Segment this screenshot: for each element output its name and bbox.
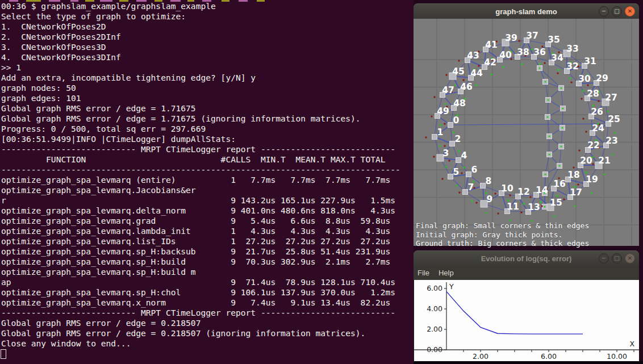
svg-text:7: 7 bbox=[468, 182, 474, 193]
svg-text:15: 15 bbox=[550, 198, 562, 208]
svg-text:28: 28 bbox=[587, 89, 599, 99]
screen-bottom-edge bbox=[414, 361, 643, 364]
plot-window-titlebar[interactable]: Evolution of log(sq. error) − □ ✕ bbox=[414, 250, 639, 266]
svg-text:22: 22 bbox=[587, 140, 600, 150]
svg-text:40: 40 bbox=[499, 50, 512, 60]
svg-text:18: 18 bbox=[567, 170, 580, 180]
svg-text:4.00: 4.00 bbox=[427, 304, 442, 313]
demo-window-titlebar[interactable]: graph-slam demo − □ ✕ bbox=[414, 3, 639, 19]
svg-text:4: 4 bbox=[461, 150, 467, 161]
graphslam-demo-window: graph-slam demo − □ ✕ 012345678910111213… bbox=[414, 3, 639, 246]
maximize-icon[interactable]: □ bbox=[612, 6, 622, 16]
graph-canvas: 0123456789101112131415161718192021222324… bbox=[414, 19, 639, 246]
svg-text:38: 38 bbox=[517, 47, 529, 57]
svg-text:14: 14 bbox=[536, 185, 548, 195]
svg-text:6.00: 6.00 bbox=[541, 352, 557, 361]
svg-text:17: 17 bbox=[570, 187, 582, 198]
maximize-icon[interactable]: □ bbox=[612, 253, 622, 263]
minimize-icon[interactable]: − bbox=[599, 253, 609, 263]
svg-text:32: 32 bbox=[566, 61, 579, 72]
menu-help[interactable]: Help bbox=[434, 269, 458, 277]
svg-text:8: 8 bbox=[486, 176, 492, 186]
svg-text:26: 26 bbox=[591, 107, 603, 117]
menu-file[interactable]: File bbox=[414, 269, 434, 277]
error-plot-window: Evolution of log(sq. error) − □ ✕ File H… bbox=[414, 250, 639, 361]
svg-text:10: 10 bbox=[501, 183, 513, 194]
svg-text:6.00: 6.00 bbox=[427, 284, 442, 292]
svg-text:21: 21 bbox=[598, 156, 611, 166]
svg-text:6: 6 bbox=[471, 165, 478, 175]
svg-text:48: 48 bbox=[453, 98, 466, 108]
close-icon[interactable]: ✕ bbox=[625, 6, 635, 16]
svg-text:44: 44 bbox=[470, 68, 483, 78]
svg-text:39: 39 bbox=[505, 33, 517, 43]
plot-menubar: File Help bbox=[414, 266, 639, 280]
svg-text:0: 0 bbox=[453, 115, 460, 125]
svg-text:27: 27 bbox=[605, 93, 617, 103]
svg-text:45: 45 bbox=[452, 66, 465, 77]
svg-text:34: 34 bbox=[551, 53, 563, 63]
svg-text:43: 43 bbox=[467, 51, 479, 61]
svg-text:33: 33 bbox=[566, 44, 579, 54]
svg-text:11: 11 bbox=[507, 202, 519, 212]
svg-text:1: 1 bbox=[437, 127, 444, 137]
svg-text:31: 31 bbox=[584, 56, 596, 66]
svg-text:36: 36 bbox=[533, 47, 546, 57]
svg-text:41: 41 bbox=[485, 40, 498, 50]
svg-text:2: 2 bbox=[455, 134, 461, 144]
close-icon[interactable]: ✕ bbox=[625, 253, 635, 263]
svg-text:5: 5 bbox=[453, 167, 460, 177]
terminal-output: 00:36 $ graphslam_example/graphslam_exam… bbox=[0, 0, 414, 349]
svg-text:2.00: 2.00 bbox=[427, 325, 442, 333]
svg-text:29: 29 bbox=[596, 73, 608, 83]
svg-text:46: 46 bbox=[460, 82, 473, 92]
chart-canvas: 2.006.0010.000.002.004.006.00YX bbox=[414, 280, 639, 361]
svg-text:13: 13 bbox=[528, 202, 540, 212]
svg-text:37: 37 bbox=[526, 31, 538, 41]
svg-text:24: 24 bbox=[592, 123, 604, 133]
svg-text:23: 23 bbox=[606, 136, 618, 146]
svg-text:X: X bbox=[629, 340, 634, 348]
svg-text:20: 20 bbox=[580, 156, 592, 166]
svg-text:47: 47 bbox=[442, 85, 454, 95]
minimize-icon[interactable]: − bbox=[599, 6, 609, 16]
svg-text:3: 3 bbox=[443, 148, 449, 158]
svg-text:2.00: 2.00 bbox=[473, 352, 488, 361]
svg-text:10.00: 10.00 bbox=[607, 352, 627, 361]
svg-text:Y: Y bbox=[449, 282, 454, 291]
terminal-clipped-prompt-line bbox=[0, 0, 414, 2]
terminal-cursor bbox=[1, 349, 6, 359]
graph-legend-overlay: Final graph: Small corners & thin edges … bbox=[416, 221, 589, 248]
svg-text:0.00: 0.00 bbox=[427, 345, 442, 354]
svg-text:49: 49 bbox=[437, 106, 449, 116]
svg-text:16: 16 bbox=[553, 179, 566, 189]
svg-text:9: 9 bbox=[487, 194, 493, 204]
svg-text:19: 19 bbox=[586, 174, 598, 185]
svg-text:42: 42 bbox=[484, 57, 496, 68]
terminal-window[interactable]: 00:36 $ graphslam_example/graphslam_exam… bbox=[0, 0, 414, 364]
svg-text:12: 12 bbox=[517, 187, 530, 197]
svg-text:35: 35 bbox=[548, 35, 560, 45]
svg-text:25: 25 bbox=[608, 114, 620, 124]
svg-text:30: 30 bbox=[578, 74, 591, 84]
error-plot-canvas[interactable]: 2.006.0010.000.002.004.006.00YX bbox=[414, 280, 639, 361]
graph-3d-viewport[interactable]: 0123456789101112131415161718192021222324… bbox=[414, 19, 639, 246]
